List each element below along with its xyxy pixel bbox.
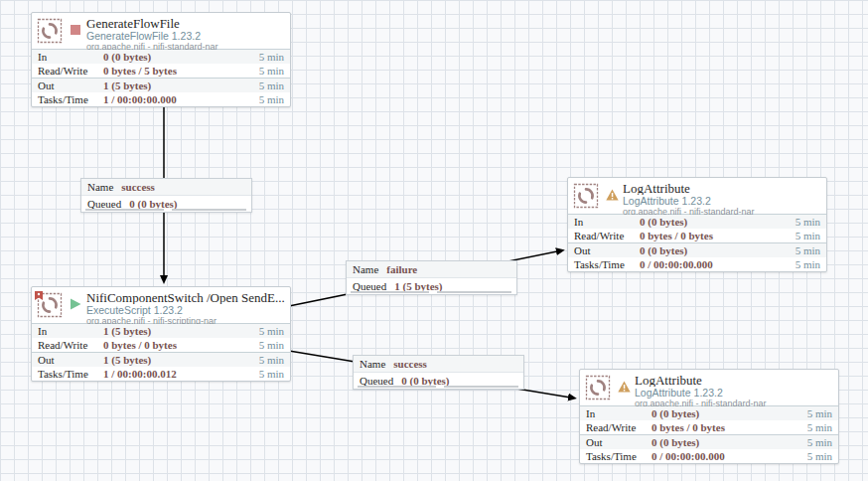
processor-title: LogAttribute: [623, 182, 822, 195]
queue-size-indicator: [85, 209, 164, 211]
stat-row-readwrite: Read/Write 0 bytes / 0 bytes 5 min: [580, 420, 838, 434]
stat-row-taskstime: Tasks/Time 1 / 00:00:00.012 5 min: [32, 367, 290, 381]
stat-row-readwrite: Read/Write 0 bytes / 0 bytes 5 min: [32, 338, 290, 352]
connection-name-row: Namesuccess: [81, 179, 251, 196]
connection-label-success-2[interactable]: Namesuccess Queued0 (0 bytes): [353, 355, 524, 390]
version-flag-icon: [34, 288, 44, 300]
connection-queued-row: Queued0 (0 bytes): [354, 373, 523, 389]
processor-type: ExecuteScript 1.23.2: [86, 305, 286, 316]
processor-header: LogAttribute LogAttribute 1.23.2 org.apa…: [568, 178, 826, 214]
connection-label-failure[interactable]: Namefailure Queued1 (5 bytes): [346, 260, 517, 295]
queue-count-indicator: [437, 291, 511, 293]
processor-type: LogAttribute 1.23.2: [623, 196, 822, 207]
processor-stats: In 0 (0 bytes) 5 min Read/Write 0 bytes …: [32, 49, 290, 106]
queue-count-indicator: [172, 209, 246, 211]
connection-label-success-1[interactable]: Namesuccess Queued0 (0 bytes): [80, 178, 252, 213]
nifi-flow-canvas[interactable]: { "app": "Apache NiFi flow canvas", "col…: [0, 0, 868, 481]
invalid-warning-icon: [618, 379, 630, 391]
processor-header: NifiComponentSwitch /Open SendE... Execu…: [32, 287, 290, 323]
connection-name-row: Namesuccess: [354, 356, 523, 373]
stat-row-taskstime: Tasks/Time 0 / 00:00:00.000 5 min: [580, 449, 838, 463]
processor-logattribute-bottom[interactable]: LogAttribute LogAttribute 1.23.2 org.apa…: [579, 369, 839, 464]
processor-nificomponentswitch[interactable]: NifiComponentSwitch /Open SendE... Execu…: [31, 286, 291, 382]
connection-name: failure: [386, 263, 417, 275]
stat-row-in: In 0 (0 bytes) 5 min: [568, 215, 826, 229]
processor-logattribute-top[interactable]: LogAttribute LogAttribute 1.23.2 org.apa…: [567, 177, 827, 272]
stat-row-in: In 1 (5 bytes) 5 min: [32, 324, 290, 338]
processor-type: LogAttribute 1.23.2: [635, 388, 834, 399]
stopped-icon: [70, 22, 81, 34]
stat-row-out: Out 0 (0 bytes) 5 min: [568, 242, 826, 257]
queue-count-indicator: [444, 386, 518, 388]
stat-row-in: In 0 (0 bytes) 5 min: [32, 50, 290, 64]
stat-row-readwrite: Read/Write 0 bytes / 0 bytes 5 min: [568, 229, 826, 242]
processor-generateflowfile[interactable]: GenerateFlowFile GenerateFlowFile 1.23.2…: [31, 12, 291, 107]
running-icon: [70, 296, 81, 308]
stat-row-out: Out 1 (5 bytes) 5 min: [32, 78, 290, 92]
processor-stats: In 1 (5 bytes) 5 min Read/Write 0 bytes …: [32, 323, 290, 381]
processor-stats: In 0 (0 bytes) 5 min Read/Write 0 bytes …: [568, 214, 826, 271]
stat-row-taskstime: Tasks/Time 1 / 00:00:00.000 5 min: [32, 92, 290, 106]
stat-row-out: Out 1 (5 bytes) 5 min: [32, 352, 290, 367]
processor-stamp-icon: [573, 183, 599, 209]
connection-name: success: [393, 358, 427, 370]
connection-name-row: Namefailure: [347, 261, 516, 278]
stat-row-taskstime: Tasks/Time 0 / 00:00:00.000 5 min: [568, 257, 826, 271]
processor-title: NifiComponentSwitch /Open SendE...: [86, 291, 286, 304]
processor-header: LogAttribute LogAttribute 1.23.2 org.apa…: [580, 370, 838, 405]
connection-name: success: [121, 181, 155, 193]
stat-row-readwrite: Read/Write 0 bytes / 5 bytes 5 min: [32, 64, 290, 78]
invalid-warning-icon: [606, 187, 618, 199]
queue-size-indicator: [358, 386, 436, 388]
processor-stats: In 0 (0 bytes) 5 min Read/Write 0 bytes …: [580, 405, 838, 463]
processor-title: GenerateFlowFile: [86, 17, 286, 30]
stat-row-in: In 0 (0 bytes) 5 min: [580, 406, 838, 420]
processor-header: GenerateFlowFile GenerateFlowFile 1.23.2…: [32, 13, 290, 49]
processor-type: GenerateFlowFile 1.23.2: [86, 31, 286, 42]
processor-stamp-icon: [585, 375, 611, 401]
stat-row-out: Out 0 (0 bytes) 5 min: [580, 434, 838, 449]
queue-size-indicator: [351, 291, 429, 293]
connection-queued-row: Queued1 (5 bytes): [347, 278, 516, 294]
processor-stamp-icon: [37, 18, 63, 44]
connection-queued-row: Queued0 (0 bytes): [81, 196, 251, 212]
processor-title: LogAttribute: [635, 374, 834, 387]
